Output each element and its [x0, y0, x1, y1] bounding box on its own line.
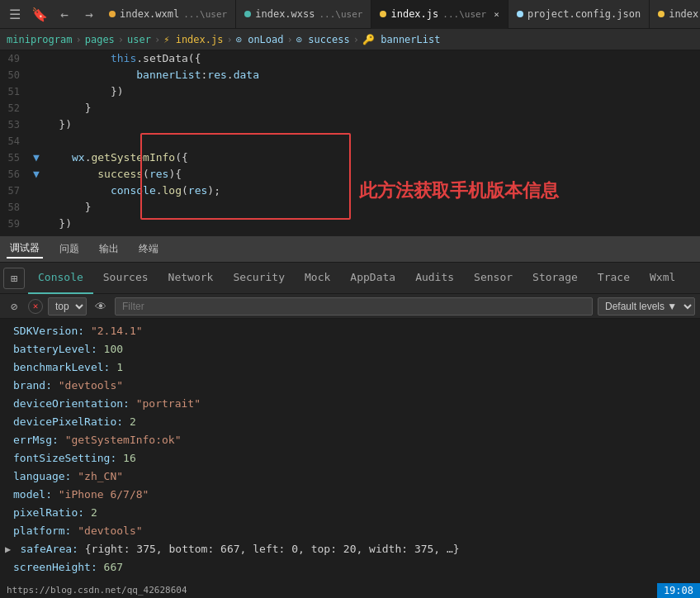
- code-line: 52 }: [0, 100, 700, 116]
- console-line: errMsg: "getSystemInfo:ok": [0, 431, 700, 449]
- expand-arrow-icon[interactable]: ▶: [5, 541, 17, 558]
- console-line: deviceOrientation: "portrait": [0, 395, 700, 413]
- code-line: 58 }: [0, 199, 700, 216]
- code-line: 50 bannerList:res.data: [0, 67, 700, 83]
- tab-storage[interactable]: Storage: [523, 263, 588, 294]
- tab-index-js[interactable]: index.js: [650, 0, 700, 29]
- tab-audits[interactable]: Audits: [405, 263, 464, 294]
- toolbar-problems[interactable]: 问题: [56, 240, 83, 258]
- console-line: batteryLevel: 100: [0, 340, 700, 358]
- console-line: model: "iPhone 6/7/8": [0, 486, 700, 504]
- tab-bar: ☰ 🔖 ← → index.wxml...\userindex.wxss...\…: [0, 0, 700, 29]
- toolbar-output[interactable]: 输出: [96, 240, 122, 258]
- devtools-sidebar-icon[interactable]: ⊞: [3, 268, 25, 289]
- status-bar: 19:08: [657, 583, 700, 598]
- tab-console[interactable]: Console: [28, 263, 93, 294]
- tab-network[interactable]: Network: [158, 263, 224, 294]
- breadcrumb-onload[interactable]: ⊙ onLoad: [236, 34, 284, 45]
- tab-trace[interactable]: Trace: [588, 263, 640, 294]
- console-line: brand: "devtools": [0, 377, 700, 395]
- tab-security[interactable]: Security: [223, 263, 295, 294]
- breadcrumb-indexjs[interactable]: ⚡ index.js: [163, 34, 223, 45]
- console-toolbar: ⊘ ✕ top 👁 Default levels ▼: [0, 294, 700, 319]
- tab-index-js[interactable]: index.js...\user×: [371, 0, 508, 29]
- tab-mock[interactable]: Mock: [295, 263, 340, 294]
- toolbar-terminal[interactable]: 终端: [135, 240, 162, 258]
- console-output[interactable]: SDKVersion: "2.14.1"batteryLevel: 100ben…: [0, 319, 700, 575]
- code-line: 59 }): [0, 216, 700, 232]
- console-line: devicePixelRatio: 2: [0, 413, 700, 431]
- code-editor: 49 this.setData({50 bannerList:res.data5…: [0, 50, 700, 236]
- console-eye-icon[interactable]: 👁: [92, 297, 110, 316]
- code-line: 55▼ wx.getSystemInfo({: [0, 150, 700, 166]
- console-line: pixelRatio: 2: [0, 504, 700, 522]
- console-filter-input[interactable]: [115, 297, 593, 316]
- breadcrumb: miniprogram › pages › user › ⚡ index.js …: [0, 29, 700, 50]
- tab-index-wxss[interactable]: index.wxss...\user: [236, 0, 371, 29]
- breadcrumb-miniprogram[interactable]: miniprogram: [7, 34, 72, 45]
- code-line: 49 this.setData({: [0, 50, 700, 67]
- console-line: SDKVersion: "2.14.1": [0, 322, 700, 340]
- console-line: language: "zh_CN": [0, 467, 700, 486]
- breadcrumb-user[interactable]: user: [127, 34, 151, 45]
- console-stop-icon[interactable]: ✕: [28, 299, 43, 314]
- console-line: platform: "devtools": [0, 522, 700, 540]
- tab-color-dot: [658, 11, 665, 17]
- status-url: https://blog.csdn.net/qq_42628604: [0, 582, 194, 598]
- toolbar-row: 调试器 问题 输出 终端: [0, 236, 700, 263]
- code-line: 56▼ success(res){: [0, 166, 700, 183]
- devtools-tab-bar: ⊞ Console Sources Network Security Mock …: [0, 263, 700, 294]
- tab-project-config-json[interactable]: project.config.json: [508, 0, 650, 29]
- back-icon[interactable]: ←: [53, 2, 76, 26]
- toolbar-debugger[interactable]: 调试器: [7, 240, 43, 259]
- code-line: 51 }): [0, 83, 700, 100]
- annotation-text: 此方法获取手机版本信息: [359, 178, 559, 203]
- console-line: fontSizeSetting: 16: [0, 449, 700, 467]
- console-line: screenHeight: 667: [0, 558, 700, 575]
- tab-color-dot: [380, 11, 386, 17]
- code-line: 53 }): [0, 116, 700, 133]
- tab-color-dot: [517, 11, 523, 17]
- tab-color-dot: [244, 11, 251, 17]
- tab-appdata[interactable]: AppData: [340, 263, 405, 294]
- console-line: ▶ safeArea: {right: 375, bottom: 667, le…: [0, 540, 700, 558]
- code-line: 54: [0, 133, 700, 150]
- console-clear-icon[interactable]: ⊘: [5, 297, 23, 316]
- breadcrumb-bannerlist: 🔑 bannerList: [362, 34, 440, 45]
- tab-index-wxml[interactable]: index.wxml...\user: [101, 0, 236, 29]
- breadcrumb-pages[interactable]: pages: [85, 34, 115, 45]
- tab-sources[interactable]: Sources: [93, 263, 158, 294]
- tab-close-icon[interactable]: ×: [494, 9, 499, 20]
- tab-wxml[interactable]: Wxml: [640, 263, 685, 294]
- code-line: 57 console.log(res);: [0, 183, 700, 199]
- bookmark-icon[interactable]: 🔖: [28, 2, 51, 26]
- sidebar-toggle-icon[interactable]: ☰: [3, 2, 26, 26]
- tab-color-dot: [109, 11, 116, 17]
- console-line: benchmarkLevel: 1: [0, 358, 700, 377]
- tab-sensor[interactable]: Sensor: [464, 263, 523, 294]
- console-context-select[interactable]: top: [48, 297, 87, 316]
- console-levels-select[interactable]: Default levels ▼: [598, 297, 695, 316]
- forward-icon[interactable]: →: [78, 2, 101, 26]
- breadcrumb-success[interactable]: ⊙ success: [296, 34, 350, 45]
- status-time: 19:08: [664, 585, 693, 596]
